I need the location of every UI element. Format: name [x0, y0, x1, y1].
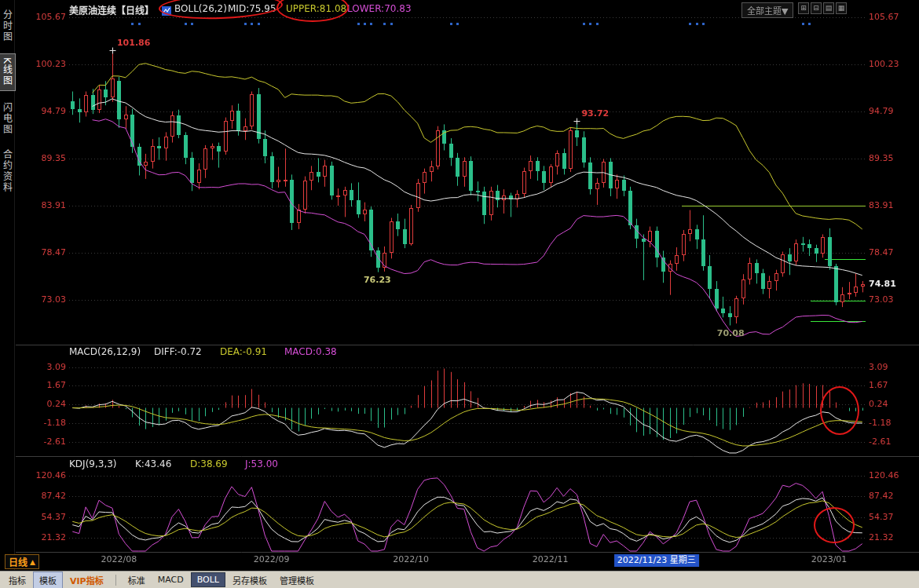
y-axis-tick-label: 120.46 — [869, 470, 899, 481]
toolbar-template-macd[interactable]: MACD — [152, 573, 189, 586]
y-axis-tick-label: 78.47 — [20, 247, 66, 258]
y-axis-tick-label: -1.18 — [869, 418, 891, 429]
boll-lower-value: LOWER:70.83 — [347, 3, 412, 14]
y-axis-tick-label: 87.42 — [869, 491, 894, 502]
y-axis-tick-label: 73.03 — [869, 294, 894, 305]
chart-canvas[interactable] — [0, 0, 919, 588]
y-axis-tick-label: 100.23 — [869, 59, 899, 70]
y-axis-tick-label: 21.32 — [20, 532, 66, 543]
toolbar-tab-indicators[interactable]: 指标 — [3, 572, 31, 588]
toolbar-manage-template-button[interactable]: 管理模板 — [274, 572, 320, 588]
y-axis-tick-label: 78.47 — [869, 247, 894, 258]
price-annotation: 76.23 — [364, 275, 391, 286]
indicator-icon — [162, 4, 171, 13]
y-axis-tick-label: 3.09 — [20, 362, 66, 373]
kdj-k-value: K:43.46 — [135, 458, 171, 469]
chart-type-sidebar: 分时图 K线图 闪电图 合约资料 — [0, 0, 15, 570]
x-axis-tick-label: 2022/10 — [393, 554, 429, 565]
y-axis-tick-label: 21.32 — [869, 532, 894, 543]
y-axis-tick-label: 54.37 — [20, 512, 66, 523]
toolbar-save-template-button[interactable]: 另存模板 — [227, 572, 273, 588]
price-annotation: 101.86 — [117, 38, 150, 49]
y-axis-tick-label: -2.61 — [20, 436, 66, 447]
toolbar-template-boll[interactable]: BOLL — [191, 572, 225, 587]
bottom-toolbar: 指标 模板 VIP指标 标准 MACD BOLL 另存模板 管理模板 — [0, 571, 919, 588]
y-axis-tick-label: 94.79 — [20, 106, 66, 117]
window-layout-icon-4[interactable]: ▦ — [836, 2, 847, 14]
x-axis-tick-label: 2022/09 — [254, 554, 290, 565]
sidebar-item-flash-chart[interactable]: 闪电图 — [0, 99, 15, 138]
boll-mid-value: MID:75.95 — [228, 3, 276, 14]
toolbar-tab-templates[interactable]: 模板 — [33, 572, 63, 588]
y-axis-tick-label: 0.24 — [869, 399, 888, 410]
x-axis-tick-label: 2023/01 — [811, 554, 848, 565]
sidebar-item-time-chart[interactable]: 分时图 — [0, 6, 15, 46]
y-axis-tick-label: 100.23 — [20, 59, 66, 70]
boll-indicator-label: BOLL(26,2) — [174, 3, 227, 14]
price-annotation: 70.08 — [717, 328, 745, 339]
boll-upper-value: UPPER:81.08 — [286, 3, 346, 14]
instrument-title: 美原油连续【日线】 — [69, 3, 154, 16]
y-axis-tick-label: 87.42 — [20, 491, 66, 502]
toolbar-tab-vip-indicators[interactable]: VIP指标 — [64, 572, 109, 588]
window-layout-icon-3[interactable]: ▤ — [823, 2, 834, 14]
y-axis-tick-label: 94.79 — [869, 106, 894, 117]
toolbar-template-standard[interactable]: 标准 — [123, 572, 151, 588]
x-axis-tick-label: 2022/08 — [101, 554, 137, 565]
y-axis-tick-label: 120.46 — [20, 470, 66, 481]
y-axis-tick-label: 89.35 — [20, 153, 66, 164]
kdj-indicator-label: KDJ(9,3,3) — [69, 458, 117, 469]
y-axis-tick-label: 1.67 — [20, 380, 66, 391]
sidebar-item-contract-info[interactable]: 合约资料 — [0, 146, 15, 196]
x-axis-date-highlight: 2022/11/23 星期三 — [614, 554, 699, 567]
macd-macd-value: MACD:0.38 — [284, 346, 337, 357]
toolbar-separator — [115, 575, 116, 586]
x-axis-tick-label: 2022/11 — [533, 554, 569, 565]
y-axis-tick-label: 105.67 — [20, 12, 66, 23]
macd-dea-value: DEA:-0.91 — [220, 346, 267, 357]
up-triangle-icon: ▲ — [30, 558, 35, 566]
period-selector[interactable]: 日线 ▲ — [5, 554, 39, 569]
kdj-j-value: J:53.00 — [245, 458, 278, 469]
window-layout-icon-2[interactable]: ⊟ — [811, 2, 822, 14]
kdj-d-value: D:38.69 — [190, 458, 228, 469]
sidebar-item-candlestick-chart[interactable]: K线图 — [0, 53, 16, 91]
window-layout-icon-1[interactable]: ⊞ — [798, 2, 809, 14]
theme-selector-dropdown[interactable]: 全部主题▼ — [741, 2, 793, 18]
macd-indicator-label: MACD(26,12,9) — [69, 346, 141, 357]
y-axis-tick-label: 89.35 — [869, 153, 894, 164]
y-axis-tick-label: 54.37 — [869, 512, 894, 523]
y-axis-tick-label: 3.09 — [869, 362, 888, 373]
y-axis-tick-label: 105.67 — [869, 12, 899, 23]
macd-diff-value: DIFF:-0.72 — [154, 346, 202, 357]
y-axis-tick-label: 0.24 — [20, 399, 66, 410]
period-label: 日线 — [9, 555, 27, 568]
y-axis-tick-label: -1.18 — [20, 418, 66, 429]
y-axis-tick-label: 83.91 — [869, 200, 894, 211]
price-annotation: 74.81 — [869, 279, 896, 290]
trading-terminal: 美原油连续【日线】 BOLL(26,2) MID:75.95 UPPER:81.… — [0, 0, 919, 588]
y-axis-tick-label: 1.67 — [869, 380, 888, 391]
y-axis-tick-label: -2.61 — [869, 436, 891, 447]
y-axis-tick-label: 83.91 — [20, 200, 66, 211]
price-annotation: 93.72 — [581, 108, 609, 119]
y-axis-tick-label: 73.03 — [20, 294, 66, 305]
